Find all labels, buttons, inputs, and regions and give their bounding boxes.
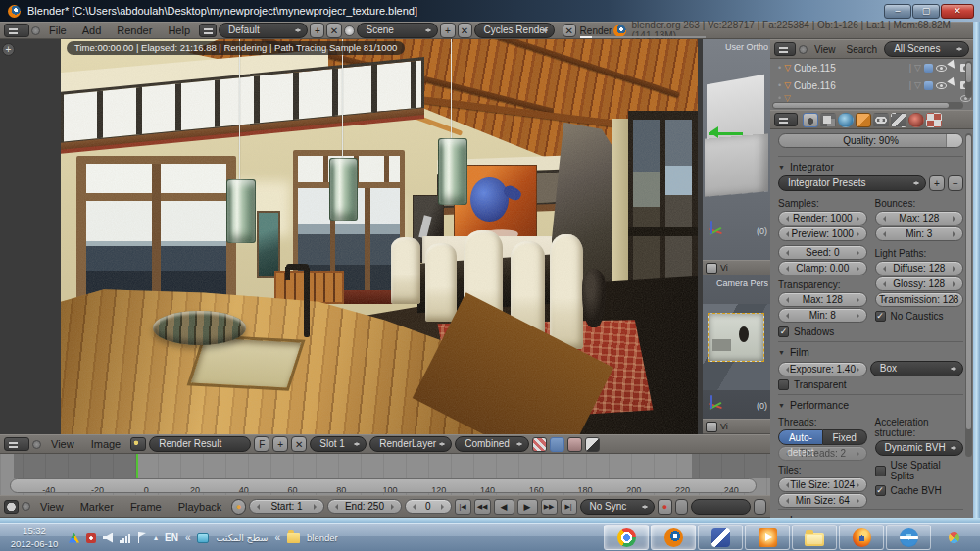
render-quality-bar[interactable]: Quality: 90% xyxy=(778,133,963,148)
menu-render[interactable]: Render xyxy=(110,25,159,36)
bounces-min-field[interactable]: Min: 3 xyxy=(875,226,964,241)
timeline-menu-frame[interactable]: Frame xyxy=(123,501,169,513)
play-reverse-button[interactable]: ◀ xyxy=(494,499,514,515)
network-signal-icon[interactable] xyxy=(120,533,131,543)
exposure-field[interactable]: Exposure: 1.40 xyxy=(778,362,867,376)
frame-scrollbar[interactable]: -40 -20 0 20 40 60 80 100 120 140 160 18… xyxy=(10,478,757,493)
slot-dropdown[interactable]: Slot 1 xyxy=(310,436,367,452)
object-name[interactable]: Cube.116 xyxy=(794,80,906,91)
keying-set-icon[interactable] xyxy=(675,499,688,515)
zbuffer-toggle[interactable] xyxy=(585,437,600,452)
object-name[interactable]: Cube.115 xyxy=(794,63,906,74)
image-painting-toggle[interactable] xyxy=(532,437,547,452)
menu-add[interactable]: Add xyxy=(75,25,109,36)
timeline-menu-marker[interactable]: Marker xyxy=(74,501,121,513)
image-datablock-icon[interactable] xyxy=(130,437,146,451)
add-preset-button[interactable]: + xyxy=(929,175,945,191)
transmission-field[interactable]: Transmission: 128 xyxy=(875,292,964,307)
menu-help[interactable]: Help xyxy=(161,25,197,36)
viewport-camera[interactable]: Camera Pers (0) xyxy=(703,276,770,419)
shadows-checkbox[interactable]: ✓ Shadows xyxy=(778,326,867,337)
constraints-tab-icon[interactable] xyxy=(873,113,889,127)
tile-size-field[interactable]: Tile Size: 1024 xyxy=(778,477,867,492)
taskbar-mediaplayer-button[interactable] xyxy=(745,525,790,550)
minimize-button[interactable]: – xyxy=(884,4,911,19)
viewport-menu-view[interactable]: Vi xyxy=(720,422,728,431)
render-tab-icon[interactable] xyxy=(803,113,818,127)
maximize-button[interactable]: ▢ xyxy=(912,4,940,19)
image-menu-image[interactable]: Image xyxy=(84,438,128,450)
app-tray-icon[interactable] xyxy=(86,533,96,543)
cancel-render-button[interactable]: ✕ xyxy=(563,24,576,37)
auto-detect-button[interactable]: Auto-detect xyxy=(778,429,823,445)
modifiers-tab-icon[interactable] xyxy=(891,113,906,127)
outliner-menu-view[interactable]: View xyxy=(810,44,840,55)
material-tab-icon[interactable] xyxy=(908,113,924,127)
visibility-eye-icon[interactable] xyxy=(936,65,947,72)
toolbar-chevron[interactable]: « xyxy=(274,532,280,543)
pin-icon[interactable] xyxy=(32,440,41,449)
render-engine-dropdown[interactable]: Cycles Render xyxy=(474,23,555,38)
jump-to-end-button[interactable]: ▶| xyxy=(561,499,577,515)
film-section-header[interactable]: ▼ Film xyxy=(778,341,963,361)
object-tab-icon[interactable] xyxy=(856,113,871,127)
cache-bvh-checkbox[interactable]: ✓ Cache BVH xyxy=(875,485,964,496)
unlink-image-button[interactable]: ✕ xyxy=(291,436,307,452)
timeline-menu-view[interactable]: View xyxy=(33,501,71,513)
timeline[interactable]: -40 -20 0 20 40 60 80 100 120 140 160 18… xyxy=(0,454,770,495)
fake-user-button[interactable]: F xyxy=(254,436,270,452)
editor-type-3dview-button[interactable] xyxy=(706,422,717,432)
outliner-horizontal-scrollbar[interactable] xyxy=(772,102,963,109)
viewport-menu-view[interactable]: Vi xyxy=(720,263,728,273)
image-menu-view[interactable]: View xyxy=(44,438,81,450)
play-button[interactable]: ▶ xyxy=(517,499,538,515)
selectability-cursor-icon[interactable] xyxy=(947,60,959,74)
jump-to-start-button[interactable]: |◀ xyxy=(455,499,471,515)
expand-icon[interactable]: • xyxy=(778,80,781,90)
outliner-vertical-scrollbar[interactable] xyxy=(965,61,972,98)
desktop-toolbar-icon[interactable] xyxy=(197,533,209,543)
volume-icon[interactable] xyxy=(103,533,113,543)
diffuse-field[interactable]: Diffuse: 128 xyxy=(875,261,964,276)
region-toggle-icon[interactable]: + xyxy=(2,43,15,56)
editor-type-outliner-button[interactable] xyxy=(774,42,796,56)
outliner-item-clipped[interactable]: • ▽ xyxy=(770,94,973,102)
taskbar-blender-button[interactable] xyxy=(651,525,696,550)
taskbar-firefox-button[interactable] xyxy=(839,525,884,550)
action-center-flag-icon[interactable] xyxy=(138,532,147,543)
sync-mode-dropdown[interactable]: No Sync xyxy=(580,499,655,515)
no-caustics-checkbox[interactable]: ✓ No Caustics xyxy=(875,311,964,322)
start-frame-field[interactable]: Start: 1 xyxy=(249,499,323,514)
record-button[interactable]: ● xyxy=(658,499,672,515)
taskbar-ie-button[interactable] xyxy=(886,525,931,550)
taskbar-chrome-button[interactable] xyxy=(604,525,649,550)
blender-toolbar-label[interactable]: blender xyxy=(307,532,338,543)
pin-icon[interactable] xyxy=(22,502,30,511)
next-keyframe-button[interactable]: ▶▶ xyxy=(541,499,558,515)
render-layers-tab-icon[interactable] xyxy=(820,113,836,127)
taskbar-messenger-button[interactable] xyxy=(698,525,743,550)
scene-dropdown[interactable]: Scene xyxy=(357,23,439,38)
render-pass-dropdown[interactable]: Combined xyxy=(455,436,529,452)
render-layer-dropdown[interactable]: RenderLayer xyxy=(369,436,452,452)
end-frame-field[interactable]: End: 250 xyxy=(327,499,402,514)
editor-type-image-button[interactable] xyxy=(4,437,29,451)
delete-scene-button[interactable]: ✕ xyxy=(458,23,472,38)
language-indicator[interactable]: EN xyxy=(165,532,178,543)
close-button[interactable]: ✕ xyxy=(941,4,974,19)
blender-folder-icon[interactable] xyxy=(287,533,300,543)
world-tab-icon[interactable] xyxy=(838,113,854,127)
color-alpha-channel-toggle[interactable] xyxy=(550,437,564,452)
outliner-scope-dropdown[interactable]: All Scenes xyxy=(884,41,969,57)
image-name-field[interactable]: Render Result xyxy=(149,436,251,452)
transparency-max-field[interactable]: Max: 128 xyxy=(778,292,867,307)
add-layout-button[interactable]: + xyxy=(310,23,324,38)
min-size-field[interactable]: Min Size: 64 xyxy=(778,493,867,508)
taskbar-explorer-button[interactable] xyxy=(792,525,837,550)
texture-tab-icon[interactable] xyxy=(926,113,942,127)
visibility-eye-icon[interactable] xyxy=(936,82,947,89)
delete-layout-button[interactable]: ✕ xyxy=(326,23,341,38)
bounces-max-field[interactable]: Max: 128 xyxy=(875,211,964,225)
editor-type-3dview-button[interactable] xyxy=(706,263,717,274)
insert-keyframe-icon[interactable] xyxy=(754,499,766,515)
